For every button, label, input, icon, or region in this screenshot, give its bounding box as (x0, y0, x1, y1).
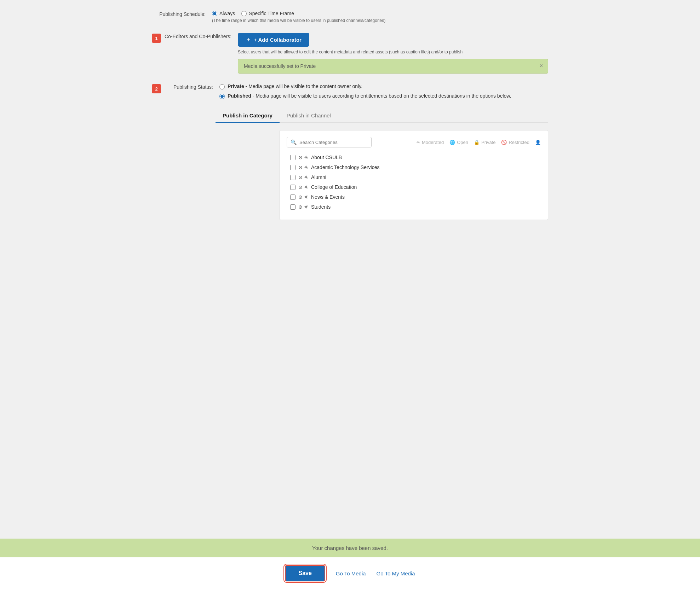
publishing-schedule-content: Always Specific Time Frame (The time ran… (212, 11, 548, 23)
category-panel: 🔍 ✳ Moderated 🌐 Open 🔒 (279, 130, 548, 220)
private-status-text: Private - Media page will be visible to … (228, 83, 362, 89)
legend-open: 🌐 Open (449, 140, 468, 145)
published-status-option[interactable]: Published - Media page will be visible t… (219, 93, 548, 99)
success-alert: Media successfully set to Private × (238, 59, 548, 74)
co-editors-content: ＋ + Add Collaborator Select users that w… (238, 33, 548, 74)
alert-close-button[interactable]: × (540, 63, 543, 69)
published-radio[interactable] (219, 94, 225, 99)
schedule-hint: (The time range in which this media will… (212, 18, 548, 23)
ban-icon: ⊘ (298, 155, 303, 160)
list-item: ⊘ ✳ Academic Technology Services (290, 163, 541, 172)
category-checkbox-coe[interactable] (290, 185, 296, 190)
asterisk-icon: ✳ (304, 164, 308, 170)
published-desc: - Media page will be visible to users ac… (251, 93, 511, 99)
publishing-status-inner: Publishing Status: Private - Media page … (165, 83, 548, 99)
cat-icons: ⊘ ✳ (298, 174, 308, 180)
always-label: Always (219, 11, 235, 16)
category-legend: ✳ Moderated 🌐 Open 🔒 Private 🚫 (416, 140, 541, 145)
collaborator-hint: Select users that will be allowed to edi… (238, 50, 548, 54)
category-checkbox-students[interactable] (290, 204, 296, 210)
publishing-status-label: Publishing Status: (165, 83, 219, 90)
ban-icon: ⊘ (298, 174, 303, 180)
list-item: ⊘ ✳ Students (290, 203, 541, 211)
schedule-radio-group: Always Specific Time Frame (212, 11, 548, 16)
publish-tabs-section: Publish in Category Publish in Channel 🔍… (216, 109, 548, 220)
saved-banner: Your changes have been saved. (0, 539, 700, 557)
private-desc: - Media page will be visible to the cont… (244, 83, 362, 89)
cat-icons: ⊘ ✳ (298, 164, 308, 170)
category-checkbox-news[interactable] (290, 195, 296, 200)
tab-publish-category[interactable]: Publish in Category (216, 109, 280, 123)
co-editors-section: 1 Co-Editors and Co-Publishers: ＋ + Add … (152, 33, 548, 74)
add-collaborator-label: + Add Collaborator (254, 37, 302, 43)
category-checkbox-alumni[interactable] (290, 175, 296, 180)
ban-icon: ⊘ (298, 164, 303, 170)
restricted-icon: 🚫 (501, 140, 507, 145)
tab-publish-channel[interactable]: Publish in Channel (280, 109, 338, 123)
moderated-label: Moderated (422, 140, 444, 145)
saved-banner-text: Your changes have been saved. (312, 545, 388, 551)
specific-time-option[interactable]: Specific Time Frame (241, 11, 294, 16)
open-label: Open (457, 140, 468, 145)
person-icon: 👤 (535, 140, 541, 145)
ban-icon: ⊘ (298, 204, 303, 210)
co-editors-label: Co-Editors and Co-Publishers: (165, 33, 238, 39)
cat-icons: ⊘ ✳ (298, 204, 308, 210)
publishing-status-content: Private - Media page will be visible to … (219, 83, 548, 99)
asterisk-icon: ✳ (304, 155, 308, 160)
private-radio[interactable] (219, 84, 225, 89)
success-alert-text: Media successfully set to Private (244, 63, 316, 69)
legend-private: 🔒 Private (474, 140, 495, 145)
open-icon: 🌐 (449, 140, 455, 145)
search-icon: 🔍 (291, 139, 297, 145)
go-to-media-link[interactable]: Go To Media (336, 570, 366, 576)
published-status-text: Published - Media page will be visible t… (228, 93, 511, 99)
specific-time-label: Specific Time Frame (249, 11, 294, 16)
always-option[interactable]: Always (212, 11, 235, 16)
main-content: Publishing Schedule: Always Specific Tim… (138, 0, 562, 524)
specific-time-radio[interactable] (241, 11, 247, 16)
cat-icons: ⊘ ✳ (298, 184, 308, 190)
save-actions: Save Go To Media Go To My Media (0, 557, 700, 592)
publishing-status-section: 2 Publishing Status: Private - Media pag… (152, 83, 548, 99)
list-item: ⊘ ✳ Alumni (290, 173, 541, 181)
category-checkbox-csulb[interactable] (290, 155, 296, 160)
add-icon: ＋ (246, 36, 251, 43)
category-list: ⊘ ✳ About CSULB ⊘ ✳ Academic Technology … (287, 153, 541, 211)
category-name: About CSULB (311, 155, 342, 160)
category-name: News & Events (311, 194, 345, 200)
go-to-my-media-link[interactable]: Go To My Media (377, 570, 415, 576)
step-badge-1: 1 (152, 34, 161, 43)
search-categories-input[interactable] (299, 140, 368, 145)
private-status-option[interactable]: Private - Media page will be visible to … (219, 83, 548, 89)
always-radio[interactable] (212, 11, 217, 16)
category-name: Alumni (311, 174, 326, 180)
category-name: College of Education (311, 184, 357, 190)
page-wrapper: Publishing Schedule: Always Specific Tim… (0, 0, 700, 592)
save-button[interactable]: Save (285, 565, 325, 581)
search-box[interactable]: 🔍 (287, 137, 372, 147)
co-editors-inner: Co-Editors and Co-Publishers: ＋ + Add Co… (165, 33, 548, 74)
ban-icon: ⊘ (298, 184, 303, 190)
category-name: Students (311, 204, 331, 210)
asterisk-icon: ✳ (304, 204, 308, 210)
publishing-schedule-row: Publishing Schedule: Always Specific Tim… (152, 11, 548, 23)
list-item: ⊘ ✳ News & Events (290, 193, 541, 201)
private-icon: 🔒 (474, 140, 480, 145)
add-collaborator-button[interactable]: ＋ + Add Collaborator (238, 33, 309, 47)
category-name: Academic Technology Services (311, 164, 380, 170)
published-label: Published (228, 93, 251, 99)
pub-status-options: Private - Media page will be visible to … (219, 83, 548, 99)
list-item: ⊘ ✳ About CSULB (290, 153, 541, 162)
category-top-bar: 🔍 ✳ Moderated 🌐 Open 🔒 (287, 137, 541, 147)
asterisk-icon: ✳ (304, 174, 308, 180)
category-checkbox-ats[interactable] (290, 165, 296, 170)
private-label: Private (228, 83, 244, 89)
list-item: ⊘ ✳ College of Education (290, 183, 541, 191)
cat-icons: ⊘ ✳ (298, 155, 308, 160)
cat-icons: ⊘ ✳ (298, 194, 308, 200)
asterisk-icon: ✳ (304, 194, 308, 200)
legend-person: 👤 (535, 140, 541, 145)
publishing-schedule-label: Publishing Schedule: (152, 11, 212, 17)
private-legend-label: Private (481, 140, 495, 145)
